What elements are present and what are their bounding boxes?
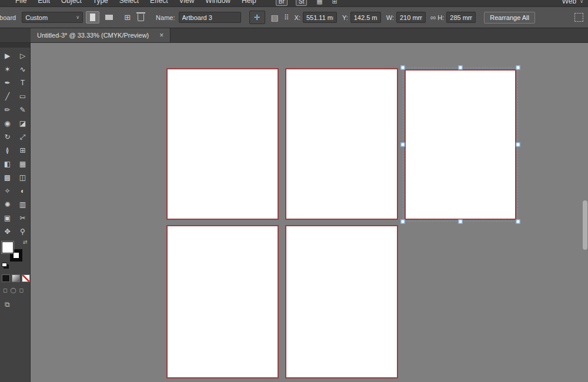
- portrait-icon: [90, 14, 95, 21]
- selection-tool[interactable]: ▶: [0, 49, 15, 62]
- document-tab-bar: Untitled-3* @ 33.33% (CMYK/Preview) ×: [0, 28, 588, 43]
- menu-item-file[interactable]: File: [15, 0, 26, 5]
- arrange-documents-icon[interactable]: ▦: [316, 0, 322, 5]
- selection-handle[interactable]: [459, 220, 463, 224]
- selection-handle[interactable]: [459, 66, 463, 70]
- draw-inside-icon[interactable]: ◻: [19, 287, 24, 293]
- selection-handle[interactable]: [516, 66, 520, 70]
- landscape-orientation-button[interactable]: [102, 11, 116, 24]
- menu-item-select[interactable]: Select: [119, 0, 139, 5]
- slice-tool[interactable]: ✂: [15, 211, 31, 224]
- selection-handle[interactable]: [401, 220, 405, 224]
- y-position-input[interactable]: [350, 12, 381, 23]
- paintbrush-tool[interactable]: ✏: [0, 103, 15, 116]
- default-fill-stroke-icon[interactable]: [2, 263, 7, 267]
- screen-mode-icon[interactable]: ⧉: [5, 300, 30, 309]
- canvas-viewport[interactable]: [31, 43, 588, 382]
- new-artboard-icon[interactable]: ⊞: [124, 13, 131, 22]
- link-dimensions-icon[interactable]: ∞: [430, 13, 436, 22]
- selection-handle[interactable]: [401, 66, 405, 70]
- menu-item-edit[interactable]: Edit: [38, 0, 50, 5]
- artboard-control-bar: Artboard Custom ∨ ⊞ Name: ✛ ▤ ⠿ X: Y: W:: [0, 6, 588, 28]
- blend-tool[interactable]: ◐: [15, 184, 31, 197]
- workspace-switcher[interactable]: Web ∨: [562, 0, 583, 5]
- width-tool[interactable]: ≬: [0, 143, 15, 157]
- draw-behind-icon[interactable]: ◯: [10, 287, 16, 293]
- menu-item-effect[interactable]: Effect: [150, 0, 168, 5]
- reference-point-grid-icon[interactable]: ⠿: [284, 14, 289, 22]
- delete-artboard-icon[interactable]: [138, 14, 144, 21]
- selection-handle[interactable]: [401, 143, 405, 147]
- selection-handle[interactable]: [516, 143, 520, 147]
- artboard-preset-dropdown[interactable]: Custom ∨: [22, 12, 83, 23]
- type-tool[interactable]: T: [15, 76, 31, 89]
- color-button[interactable]: [2, 274, 10, 282]
- menu-item-type[interactable]: Type: [93, 0, 108, 5]
- column-graph-tool[interactable]: ▥: [15, 197, 31, 211]
- fill-swatch[interactable]: [2, 242, 14, 253]
- chevron-down-icon: ∨: [580, 0, 583, 4]
- tools-panel-header[interactable]: [0, 43, 30, 48]
- artboard-1[interactable]: [166, 68, 279, 220]
- pen-tool[interactable]: ✒: [0, 76, 15, 89]
- mesh-tool[interactable]: ▩: [0, 170, 15, 184]
- pencil-tool[interactable]: ✎: [15, 103, 31, 116]
- lasso-tool[interactable]: ∿: [15, 62, 31, 76]
- selection-handle[interactable]: [516, 220, 520, 224]
- artboard-options-icon[interactable]: ▤: [271, 13, 279, 22]
- document-tab[interactable]: Untitled-3* @ 33.33% (CMYK/Preview) ×: [31, 28, 171, 42]
- rotate-tool[interactable]: ↻: [0, 130, 15, 143]
- move-copy-artwork-icon: ✛: [254, 13, 260, 22]
- portrait-orientation-button[interactable]: [86, 11, 99, 24]
- artboard-4[interactable]: [166, 225, 279, 378]
- blob-brush-tool[interactable]: ◉: [0, 116, 15, 130]
- h-label: H:: [437, 14, 444, 21]
- artboard-5[interactable]: [285, 225, 398, 378]
- move-copy-artwork-button[interactable]: ✛: [249, 11, 265, 24]
- width-input[interactable]: [396, 12, 426, 23]
- perspective-grid-tool[interactable]: ▦: [15, 157, 31, 170]
- zoom-tool[interactable]: ⚲: [15, 224, 31, 238]
- eyedropper-tool[interactable]: ✧: [0, 184, 15, 197]
- color-mode-row: [2, 274, 30, 282]
- close-icon[interactable]: ×: [159, 31, 163, 39]
- none-button[interactable]: [22, 274, 30, 282]
- magic-wand-tool[interactable]: ✶: [0, 62, 15, 76]
- artboard-2[interactable]: [285, 68, 398, 220]
- eraser-tool[interactable]: ◪: [15, 116, 31, 130]
- direct-selection-tool[interactable]: ▷: [15, 49, 31, 62]
- hand-tool[interactable]: ✥: [0, 224, 15, 238]
- symbol-sprayer-tool[interactable]: ✺: [0, 197, 15, 211]
- fill-stroke-control: ⇄: [0, 240, 30, 269]
- menu-item-view[interactable]: View: [179, 0, 195, 5]
- x-label: X:: [295, 14, 300, 21]
- menu-item-help[interactable]: Help: [242, 0, 256, 5]
- x-position-input[interactable]: [303, 12, 337, 23]
- tools-panel: ▶▷✶∿✒T╱▭✏✎◉◪↻⤢≬⊞◧▦▩◫✧◐✺▥▣✂✥⚲ ⇄ ◻ ◯ ◻ ⧉: [0, 43, 31, 382]
- draw-normal-icon[interactable]: ◻: [3, 287, 7, 293]
- menu-item-window[interactable]: Window: [205, 0, 230, 5]
- document-layout-icon[interactable]: ⊞: [332, 0, 338, 5]
- shape-builder-tool[interactable]: ◧: [0, 157, 15, 170]
- stock-button[interactable]: St: [296, 0, 307, 6]
- landscape-icon: [105, 15, 113, 20]
- line-segment-tool[interactable]: ╱: [0, 89, 15, 103]
- gradient-button[interactable]: [12, 274, 20, 282]
- free-transform-tool[interactable]: ⊞: [15, 143, 31, 157]
- vertical-scrollbar[interactable]: [583, 200, 587, 250]
- workspace-label: Web: [562, 0, 576, 5]
- gradient-tool[interactable]: ◫: [15, 170, 31, 184]
- menubar: FileEditObjectTypeSelectEffectViewWindow…: [0, 0, 588, 6]
- artboard-3[interactable]: [405, 69, 516, 220]
- swap-fill-stroke-icon[interactable]: ⇄: [23, 239, 28, 245]
- marquee-icon[interactable]: [574, 13, 583, 22]
- artboard-tool[interactable]: ▣: [0, 211, 15, 224]
- menu-item-object[interactable]: Object: [61, 0, 82, 5]
- bridge-button[interactable]: Br: [276, 0, 288, 6]
- scale-tool[interactable]: ⤢: [15, 130, 31, 143]
- height-input[interactable]: [446, 12, 476, 23]
- menubar-items: FileEditObjectTypeSelectEffectViewWindow…: [15, 0, 268, 6]
- rearrange-all-button[interactable]: Rearrange All: [484, 12, 535, 24]
- rectangle-tool[interactable]: ▭: [15, 89, 31, 103]
- artboard-name-input[interactable]: [179, 12, 241, 23]
